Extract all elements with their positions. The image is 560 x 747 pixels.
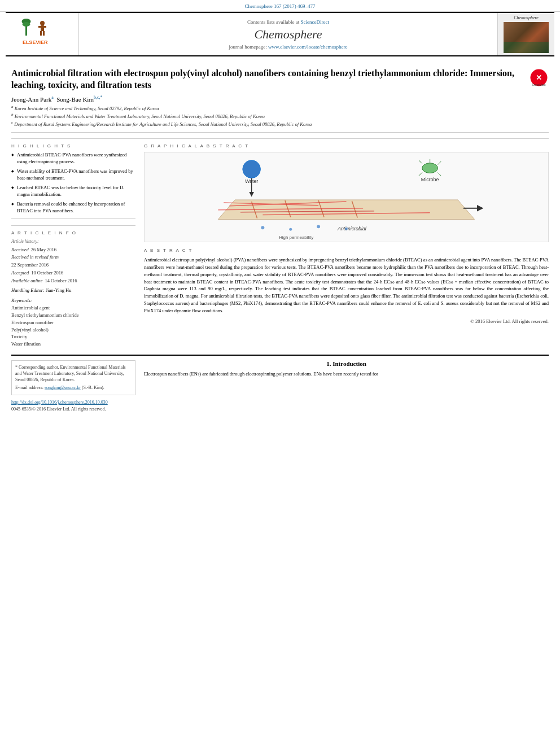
svg-point-2 — [22, 22, 30, 27]
svg-rect-6 — [43, 26, 46, 28]
left-column: H I G H L I G H T S Antimicrobial BTEAC-… — [11, 143, 135, 347]
svg-point-3 — [40, 21, 45, 25]
affiliation-b: b Environmental Functional Materials and… — [11, 112, 523, 120]
svg-line-20 — [438, 161, 441, 165]
journal-name: Chemosphere — [254, 27, 322, 42]
abstract-section: A B S T R A C T Antimicrobial electrospu… — [144, 248, 549, 324]
sciencedirect-line: Contents lists available at ScienceDirec… — [247, 19, 329, 25]
svg-line-22 — [438, 173, 441, 176]
affiliations: a Korea Institute of Science and Technol… — [11, 104, 523, 128]
author1-name: Jeong-Ann Park — [11, 95, 51, 102]
abstract-label: A B S T R A C T — [144, 248, 549, 253]
keyword: Antimicrobial agent — [11, 304, 135, 312]
svg-text:✕: ✕ — [536, 73, 542, 82]
footnote-star: * Corresponding author. Environmental Fu… — [15, 364, 132, 383]
keyword: Poly(vinyl alcohol) — [11, 326, 135, 334]
issn-line: 0045-6535/© 2016 Elsevier Ltd. All right… — [11, 407, 135, 412]
thumbnail-title: Chemosphere — [514, 15, 539, 20]
two-column-section: H I G H L I G H T S Antimicrobial BTEAC-… — [11, 138, 549, 347]
article-dates: Received 26 May 2016 Received in revised… — [11, 246, 135, 285]
copyright-line: © 2016 Elsevier Ltd. All rights reserved… — [144, 318, 549, 324]
keywords-section: Keywords: Antimicrobial agent Benzyl tri… — [11, 298, 135, 348]
affiliation-c: c Department of Rural Systems Engineerin… — [11, 120, 523, 128]
svg-text:ELSEVIER: ELSEVIER — [23, 40, 48, 45]
thumbnail-area: Chemosphere — [498, 13, 554, 55]
highlight-item: Water stability of BTEAC-PVA nanofibers … — [11, 168, 135, 182]
bottom-section: * Corresponding author. Environmental Fu… — [11, 355, 549, 412]
received-date: 26 May 2016 — [31, 246, 56, 254]
sciencedirect-link[interactable]: ScienceDirect — [301, 19, 329, 25]
highlights-list: Antimicrobial BTEAC-PVA nanofibers were … — [11, 152, 135, 214]
accepted-date: 10 October 2016 — [31, 269, 63, 277]
svg-rect-5 — [38, 26, 41, 28]
highlight-item: Leached BTEAC was far below the toxicity… — [11, 185, 135, 198]
available-label: Available online — [11, 277, 42, 285]
cover-thumbnail — [504, 22, 549, 53]
author1-sup: a — [51, 95, 54, 100]
keyword: Water filtration — [11, 340, 135, 348]
keyword: Toxicity — [11, 333, 135, 340]
accepted-label: Accepted — [11, 269, 29, 277]
revised-date: 22 September 2016 — [11, 261, 49, 269]
crossmark-icon: ✕ CrossMark — [529, 68, 549, 88]
svg-rect-7 — [40, 31, 42, 36]
footnote-area: * Corresponding author. Environmental Fu… — [11, 360, 135, 412]
author2-sup: b,c,* — [94, 95, 103, 100]
keyword: Benzyl triethylammonium chloride — [11, 312, 135, 319]
svg-text:Microbe: Microbe — [421, 177, 439, 183]
email-label: E-mail address: — [15, 385, 43, 390]
author2-name: Song-Bae Kim — [56, 95, 94, 102]
elsevier-logo-icon: ELSEVIER — [20, 19, 65, 50]
svg-text:Antimicrobial: Antimicrobial — [337, 226, 367, 232]
journal-citation: Chemosphere 167 (2017) 469–477 — [244, 3, 315, 9]
intro-title: 1. Introduction — [144, 360, 549, 367]
affiliation-a: a Korea Institute of Science and Technol… — [11, 104, 523, 112]
article-title: Antimicrobial filtration with electrospu… — [11, 68, 523, 91]
svg-text:CrossMark: CrossMark — [532, 83, 546, 86]
journal-header: ELSEVIER Contents lists available at Sci… — [6, 12, 554, 56]
doi-link[interactable]: http://dx.doi.org/10.1016/j.chemosphere.… — [11, 400, 135, 405]
handling-editor: Handling Editor: Jian-Ying Hu — [11, 287, 135, 293]
revised-label: Received in revised form — [11, 254, 59, 261]
article-history-label: Article history: — [11, 239, 135, 244]
email-link[interactable]: songkim@snu.ac.kr — [45, 385, 81, 390]
introduction-section: 1. Introduction Electrospun nanofibers (… — [144, 360, 549, 378]
article-title-section: Antimicrobial filtration with electrospu… — [11, 68, 549, 133]
svg-point-40 — [345, 228, 348, 230]
keyword: Electrospun nanofiber — [11, 319, 135, 326]
svg-point-37 — [261, 226, 264, 230]
footnote-email: E-mail address: songkim@snu.ac.kr (S.-B.… — [15, 385, 132, 391]
main-content: Antimicrobial filtration with electrospu… — [0, 56, 560, 416]
graphical-abstract-figure: Water Microbe — [144, 152, 549, 242]
journal-title-area: Contents lists available at ScienceDirec… — [79, 13, 498, 55]
available-date: 14 October 2016 — [45, 277, 77, 285]
svg-line-18 — [419, 160, 422, 164]
article-info-section: A R T I C L E I N F O Article history: R… — [11, 225, 135, 348]
svg-line-21 — [419, 173, 422, 176]
received-label: Received — [11, 246, 29, 254]
graphical-abstract-label: G R A P H I C A L A B S T R A C T — [144, 143, 549, 148]
graphical-abstract-svg: Water Microbe — [145, 152, 548, 242]
corresponding-author-box: * Corresponding author. Environmental Fu… — [11, 360, 135, 395]
highlights-label: H I G H L I G H T S — [11, 143, 135, 148]
highlight-item: Bacteria removal could be enhanced by in… — [11, 201, 135, 215]
highlight-item: Antimicrobial BTEAC-PVA nanofibers were … — [11, 152, 135, 165]
svg-point-39 — [317, 225, 320, 229]
keywords-label: Keywords: — [11, 298, 135, 303]
introduction-area: 1. Introduction Electrospun nanofibers (… — [144, 360, 549, 412]
handling-editor-name: Jian-Ying Hu — [46, 287, 72, 293]
handling-editor-label: Handling Editor: — [11, 287, 45, 293]
homepage-line: journal homepage: www.elsevier.com/locat… — [229, 44, 348, 50]
homepage-url[interactable]: www.elsevier.com/locate/chemosphere — [268, 44, 347, 50]
article-info-label: A R T I C L E I N F O — [11, 230, 135, 235]
abstract-text: Antimicrobial electrospun poly(vinyl alc… — [144, 256, 549, 314]
svg-point-38 — [289, 228, 292, 231]
svg-text:High permeability: High permeability — [279, 235, 313, 240]
journal-citation-bar: Chemosphere 167 (2017) 469–477 — [0, 0, 560, 12]
svg-rect-8 — [43, 31, 45, 36]
article-title-text: Antimicrobial filtration with electrospu… — [11, 68, 523, 129]
right-column: G R A P H I C A L A B S T R A C T Water — [144, 143, 549, 347]
authors-line: Jeong-Ann Parka Song-Bae Kimb,c,* — [11, 95, 523, 103]
intro-text: Electrospun nanofibers (ENs) are fabrica… — [144, 370, 549, 378]
email-suffix: (S.-B. Kim). — [82, 385, 104, 390]
